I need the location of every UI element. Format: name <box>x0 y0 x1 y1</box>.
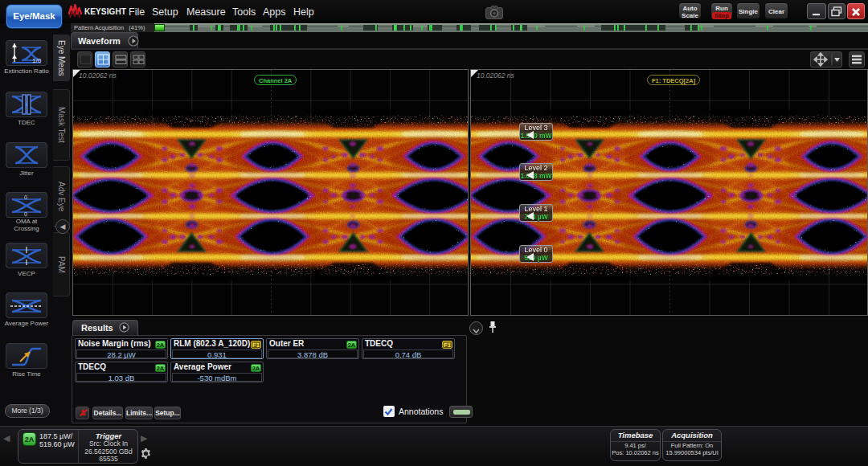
svg-text:1/0: 1/0 <box>32 57 42 64</box>
svg-text:0: 0 <box>24 211 27 217</box>
svg-text:0: 0 <box>24 194 27 200</box>
